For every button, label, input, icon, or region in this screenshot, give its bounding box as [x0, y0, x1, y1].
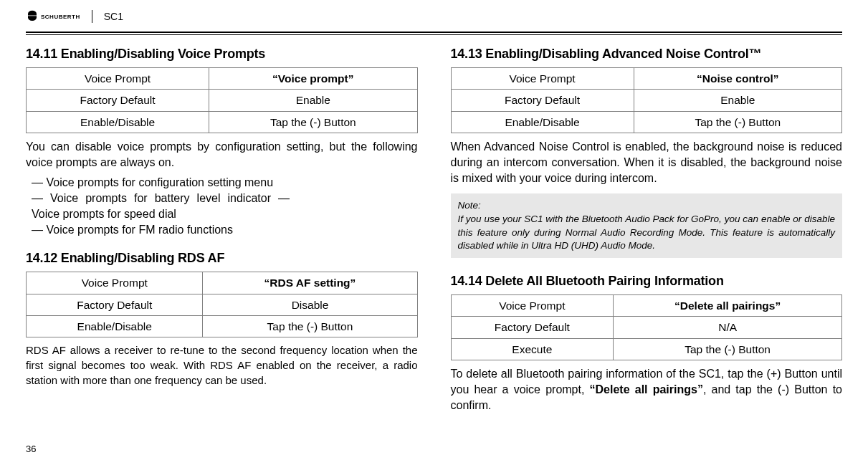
cell: Disable	[203, 294, 417, 315]
table-14-12: Voice Prompt “RDS AF setting” Factory De…	[26, 272, 418, 337]
table-14-13: Voice Prompt “Noise control” Factory Def…	[451, 67, 843, 133]
page-header: SCHUBERTH SC1	[26, 6, 842, 27]
table-row: Voice Prompt “Noise control”	[451, 67, 842, 89]
table-14-14: Voice Prompt “Delete all pairings” Facto…	[451, 294, 843, 360]
heading-14-13: 14.13 Enabling/Disabling Advanced Noise …	[451, 45, 843, 63]
section-14-13: 14.13 Enabling/Disabling Advanced Noise …	[451, 45, 843, 258]
cell: Voice Prompt	[27, 67, 209, 89]
table-row: Factory Default N/A	[451, 317, 842, 338]
cell: Enable	[634, 90, 841, 111]
cell: N/A	[614, 317, 842, 338]
cell: Execute	[451, 338, 614, 360]
heading-14-14: 14.14 Delete All Bluetooth Pairing Infor…	[451, 272, 843, 290]
rule-thin	[26, 34, 842, 35]
rule-thick	[26, 32, 842, 33]
table-14-11: Voice Prompt “Voice prompt” Factory Defa…	[26, 67, 418, 133]
table-row: Enable/Disable Tap the (-) Button	[27, 316, 418, 337]
cell: Tap the (-) Button	[614, 338, 842, 360]
header-divider	[92, 10, 92, 23]
table-row: Voice Prompt “Voice prompt”	[27, 67, 418, 89]
cell: Factory Default	[27, 294, 203, 315]
cell: Enable/Disable	[27, 111, 209, 133]
cell: Factory Default	[27, 90, 209, 111]
heading-14-12: 14.12 Enabling/Disabling RDS AF	[26, 249, 418, 267]
brand-logo: SCHUBERTH	[26, 10, 80, 23]
cell: Voice Prompt	[451, 67, 634, 89]
text-bold: “Delete all pairings”	[590, 383, 703, 396]
cell: Tap the (-) Button	[203, 316, 417, 337]
note-title: Note:	[458, 199, 836, 212]
cell: Enable/Disable	[27, 316, 203, 337]
section-14-14: 14.14 Delete All Bluetooth Pairing Infor…	[451, 272, 843, 413]
table-row: Factory Default Enable	[27, 90, 418, 111]
table-row: Enable/Disable Tap the (-) Button	[451, 111, 842, 133]
table-row: Factory Default Disable	[27, 294, 418, 315]
paragraph: You can disable voice prompts by configu…	[26, 139, 418, 171]
note-box: Note: If you use your SC1 with the Bluet…	[451, 193, 843, 258]
cell: Factory Default	[451, 90, 634, 111]
product-code: SC1	[104, 11, 123, 22]
cell: Voice Prompt	[451, 294, 614, 316]
cell: “Voice prompt”	[209, 67, 417, 89]
note-body: If you use your SC1 with the Bluetooth A…	[458, 214, 836, 250]
paragraph: When Advanced Noise Control is enabled, …	[451, 139, 843, 186]
right-column: 14.13 Enabling/Disabling Advanced Noise …	[451, 45, 843, 425]
prompt-list: — Voice prompts for configuration settin…	[26, 175, 418, 238]
manual-page: SCHUBERTH SC1 14.11 Enabling/Disabling V…	[0, 0, 868, 460]
heading-14-11: 14.11 Enabling/Disabling Voice Prompts	[26, 45, 418, 63]
left-column: 14.11 Enabling/Disabling Voice Prompts V…	[26, 45, 418, 425]
brand-name: SCHUBERTH	[41, 14, 80, 20]
paragraph: RDS AF allows a receiver to re-tune to t…	[26, 343, 418, 388]
cell: Tap the (-) Button	[634, 111, 841, 133]
cell: Factory Default	[451, 317, 614, 338]
section-14-11: 14.11 Enabling/Disabling Voice Prompts V…	[26, 45, 418, 238]
cell: “RDS AF setting”	[203, 272, 417, 294]
list-item: — Voice prompts for configuration settin…	[32, 175, 418, 191]
cell: Enable	[209, 90, 417, 111]
list-item: — Voice prompts for FM radio functions	[32, 222, 418, 238]
page-number: 36	[26, 444, 36, 454]
schuberth-icon	[26, 10, 39, 23]
list-item: — Voice prompts for battery level indica…	[32, 191, 290, 222]
paragraph: To delete all Bluetooth pairing informat…	[451, 366, 843, 413]
table-row: Voice Prompt “Delete all pairings”	[451, 294, 842, 316]
cell: “Noise control”	[634, 67, 841, 89]
cell: “Delete all pairings”	[614, 294, 842, 316]
cell: Tap the (-) Button	[209, 111, 417, 133]
table-row: Execute Tap the (-) Button	[451, 338, 842, 360]
content-columns: 14.11 Enabling/Disabling Voice Prompts V…	[26, 45, 842, 425]
table-row: Enable/Disable Tap the (-) Button	[27, 111, 418, 133]
table-row: Voice Prompt “RDS AF setting”	[27, 272, 418, 294]
table-row: Factory Default Enable	[451, 90, 842, 111]
section-14-12: 14.12 Enabling/Disabling RDS AF Voice Pr…	[26, 249, 418, 388]
cell: Voice Prompt	[27, 272, 203, 294]
cell: Enable/Disable	[451, 111, 634, 133]
